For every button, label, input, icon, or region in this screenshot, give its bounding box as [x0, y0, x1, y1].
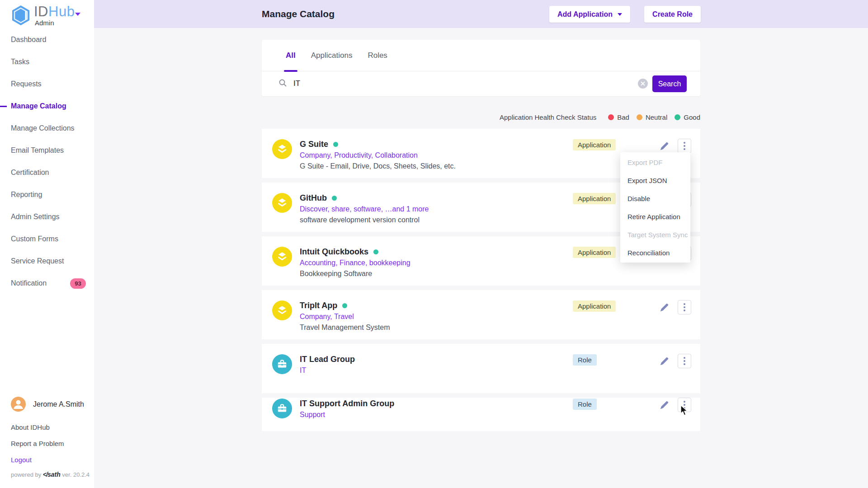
health-status-dot-icon	[333, 142, 338, 147]
sidebar-item-service-request[interactable]: Service Request	[0, 256, 94, 266]
catalog-item-description: G Suite - Email, Drive, Docs, Sheets, Sl…	[300, 162, 456, 171]
search-button[interactable]: Search	[652, 75, 687, 92]
tab-all[interactable]: All	[286, 40, 296, 71]
page-title: Manage Catalog	[262, 9, 335, 19]
sidebar-item-tasks[interactable]: Tasks	[0, 57, 94, 67]
good-status-dot-icon	[675, 114, 680, 120]
chevron-down-icon	[618, 13, 622, 16]
edit-pencil-icon[interactable]	[659, 141, 670, 152]
sidebar-item-reporting[interactable]: Reporting	[0, 190, 94, 200]
type-badge: Application	[573, 139, 616, 150]
application-layers-icon	[272, 139, 292, 159]
notification-count-badge: 93	[70, 278, 86, 289]
catalog-item-categories[interactable]: Accounting, Finance, bookkeeping	[300, 258, 410, 267]
menu-item-reconciliation[interactable]: Reconciliation	[620, 244, 690, 262]
sidebar-footer: Jerome A.Smith About IDHub Report a Prob…	[11, 397, 88, 487]
legend-label: Application Health Check Status	[500, 113, 596, 121]
bad-status-dot-icon	[608, 114, 614, 120]
sidebar-item-custom-forms[interactable]: Custom Forms	[0, 234, 94, 244]
user-name: Jerome A.Smith	[33, 400, 84, 408]
sidebar-item-manage-catalog[interactable]: Manage Catalog	[0, 101, 94, 111]
menu-item-disable[interactable]: Disable	[620, 189, 690, 207]
catalog-item-categories[interactable]: Company, Travel	[300, 312, 390, 321]
powered-by: powered by </sath ver. 20.2.4	[11, 471, 90, 478]
type-badge: Role	[573, 354, 597, 366]
search-icon	[278, 79, 287, 89]
catalog-item-description: Bookkeeping Software	[300, 269, 410, 278]
type-badge: Application	[573, 247, 616, 258]
health-status-dot-icon	[332, 196, 337, 201]
sidebar: IDHub Admin Dashboard Tasks Requests Man…	[0, 0, 94, 488]
brand-caret-icon[interactable]	[75, 13, 80, 16]
type-badge: Role	[573, 399, 597, 410]
menu-item-export-json[interactable]: Export JSON	[620, 171, 690, 189]
application-layers-icon	[272, 300, 292, 320]
kebab-menu-icon[interactable]	[678, 139, 691, 153]
catalog-item-categories[interactable]: Discover, share, software, …and 1 more	[300, 205, 429, 214]
brand-subtitle: Admin	[35, 19, 75, 26]
role-briefcase-icon	[272, 354, 292, 374]
catalog-item-name: G Suite	[300, 139, 456, 149]
catalog-row-it-support-admin-group: IT Support Admin Group Support Role	[262, 398, 700, 431]
sidebar-item-manage-collections[interactable]: Manage Collections	[0, 123, 94, 133]
edit-pencil-icon[interactable]	[659, 357, 670, 367]
application-layers-icon	[272, 247, 292, 267]
type-badge: Application	[573, 193, 616, 204]
tab-roles[interactable]: Roles	[368, 40, 387, 71]
catalog-item-name: IT Support Admin Group	[300, 399, 394, 408]
catalog-item-categories[interactable]: Company, Productivity, Collaboration	[300, 151, 456, 160]
type-badge: Application	[573, 300, 616, 312]
sath-logo: </	[43, 471, 47, 478]
kebab-menu-icon[interactable]	[678, 354, 691, 368]
brand-name: IDHub	[34, 4, 75, 19]
user-row[interactable]: Jerome A.Smith	[11, 397, 88, 412]
health-status-dot-icon	[373, 249, 378, 254]
search-panel: All Applications Roles Search	[262, 40, 700, 96]
sidebar-item-notification[interactable]: Notification 93	[0, 278, 94, 288]
logout-link[interactable]: Logout	[11, 456, 32, 464]
create-role-button[interactable]: Create Role	[644, 6, 701, 23]
menu-item-export-pdf: Export PDF	[620, 153, 690, 171]
edit-pencil-icon[interactable]	[659, 400, 670, 411]
avatar	[11, 397, 26, 412]
report-problem-link[interactable]: Report a Problem	[11, 440, 64, 447]
search-input[interactable]	[293, 79, 601, 88]
tab-applications[interactable]: Applications	[311, 40, 353, 71]
catalog-item-name: IT Lead Group	[300, 354, 355, 364]
sidebar-item-certification[interactable]: Certification	[0, 168, 94, 178]
sidebar-item-requests[interactable]: Requests	[0, 79, 94, 89]
catalog-item-name: GitHub	[300, 193, 429, 203]
catalog-item-categories[interactable]: IT	[300, 366, 355, 375]
sidebar-nav: Dashboard Tasks Requests Manage Catalog …	[0, 35, 94, 300]
row-actions-menu: Export PDF Export JSON Disable Retire Ap…	[620, 152, 690, 263]
legend-item-good: Good	[675, 113, 700, 121]
catalog-item-name: TripIt App	[300, 300, 390, 310]
neutral-status-dot-icon	[637, 114, 642, 120]
catalog-item-description: Travel Management System	[300, 323, 390, 332]
brand[interactable]: IDHub Admin	[11, 5, 75, 28]
clear-search-icon[interactable]	[638, 79, 648, 89]
add-application-button[interactable]: Add Application	[549, 6, 630, 23]
about-idhub-link[interactable]: About IDHub	[11, 423, 50, 431]
tabs: All Applications Roles	[262, 40, 700, 71]
catalog-item-name: Intuit Quickbooks	[300, 247, 410, 257]
sidebar-item-admin-settings[interactable]: Admin Settings	[0, 212, 94, 222]
legend-item-bad: Bad	[608, 113, 629, 121]
kebab-menu-icon[interactable]	[678, 398, 691, 412]
topbar-actions: Add Application Create Role	[549, 6, 701, 23]
sidebar-item-dashboard[interactable]: Dashboard	[0, 35, 94, 45]
sidebar-item-email-templates[interactable]: Email Templates	[0, 145, 94, 155]
catalog-row-tripit-app: TripIt App Company, Travel Travel Manage…	[262, 290, 700, 339]
menu-item-retire-application[interactable]: Retire Application	[620, 207, 690, 225]
catalog-item-description: software development version control	[300, 216, 429, 225]
search-row: Search	[262, 71, 700, 96]
topbar: Manage Catalog Add Application Create Ro…	[94, 0, 868, 28]
health-legend: Application Health Check Status Bad Neut…	[262, 113, 700, 122]
edit-pencil-icon[interactable]	[659, 303, 670, 314]
catalog-item-categories[interactable]: Support	[300, 410, 394, 419]
kebab-menu-icon[interactable]	[678, 300, 691, 314]
menu-item-target-system-sync: Target System Sync	[620, 225, 690, 244]
role-briefcase-icon	[272, 399, 292, 418]
version-label: ver. 20.2.4	[62, 471, 90, 478]
health-status-dot-icon	[342, 303, 347, 308]
